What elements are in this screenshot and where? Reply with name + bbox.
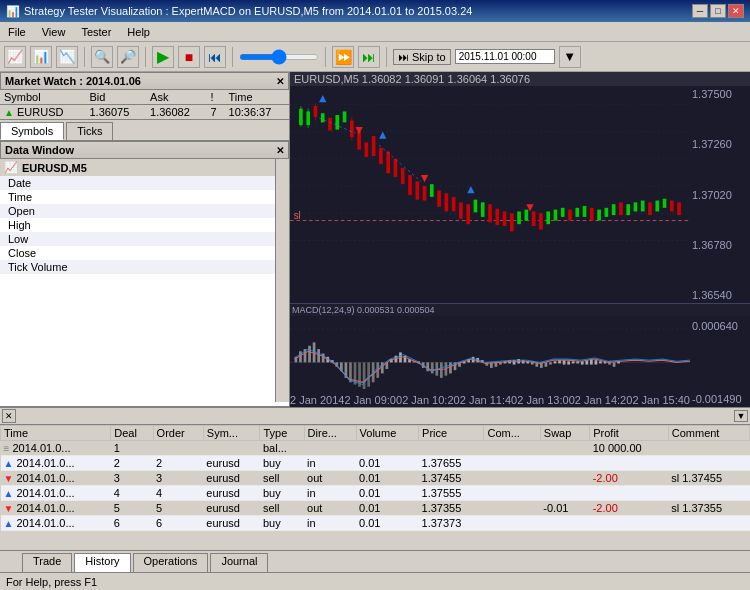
tab-history[interactable]: History [74, 553, 130, 572]
row-price: 1.37555 [419, 486, 484, 501]
data-window: Data Window ✕ 📈 EURUSD,M5 Date Time Open… [0, 141, 289, 407]
svg-rect-16 [335, 115, 339, 130]
play-button[interactable]: ▶ [152, 46, 174, 68]
toolbar-btn-2[interactable]: 📊 [30, 46, 52, 68]
table-row: ▼ 2014.01.0... 5 5 eurusd sell out 0.01 … [1, 501, 750, 516]
svg-rect-24 [386, 151, 390, 173]
market-watch-title: Market Watch : 2014.01.06 [5, 75, 141, 87]
bottom-table-wrapper[interactable]: Time Deal Order Sym... Type Dire... Volu… [0, 425, 750, 550]
toolbar-sep-1 [84, 47, 85, 67]
svg-rect-59 [641, 201, 645, 212]
stop-button[interactable]: ■ [178, 46, 200, 68]
tab-operations[interactable]: Operations [133, 553, 209, 572]
svg-rect-139 [581, 362, 584, 365]
svg-rect-135 [563, 360, 566, 364]
svg-rect-30 [430, 184, 434, 197]
menu-view[interactable]: View [38, 25, 70, 39]
toolbar-btn-1[interactable]: 📈 [4, 46, 26, 68]
svg-rect-132 [549, 363, 552, 365]
menu-tester[interactable]: Tester [77, 25, 115, 39]
close-button[interactable]: ✕ [728, 4, 744, 18]
title-bar: 📊 Strategy Tester Visualization : Expert… [0, 0, 750, 22]
svg-rect-32 [445, 193, 449, 211]
dw-low: Low [0, 232, 275, 246]
bottom-close-button[interactable]: ✕ [2, 409, 16, 423]
table-row: ▲ 2014.01.0... 2 2 eurusd buy in 0.01 1.… [1, 456, 750, 471]
menu-file[interactable]: File [4, 25, 30, 39]
mw-symbol: ▲ EURUSD [0, 105, 85, 120]
maximize-button[interactable]: □ [710, 4, 726, 18]
row-comment: sl 1.37455 [668, 471, 749, 486]
svg-rect-146 [613, 363, 616, 367]
zoom-in-button[interactable]: 🔍 [91, 46, 113, 68]
tab-journal[interactable]: Journal [210, 553, 268, 572]
row-price: 1.37455 [419, 471, 484, 486]
speed-slider[interactable] [239, 54, 319, 60]
skip-date-input[interactable] [455, 49, 555, 64]
svg-rect-27 [408, 175, 412, 195]
col-dire: Dire... [304, 426, 356, 441]
mw-symbol-name: EURUSD [17, 106, 63, 118]
market-watch-table: Symbol Bid Ask ! Time ▲ EURUSD [0, 90, 289, 119]
svg-rect-50 [575, 208, 579, 217]
table-row: ≡ 2014.01.0... 1 bal... 10 000.00 [1, 441, 750, 456]
time-label-6: 2 Jan 14:20 [575, 394, 633, 406]
time-label-7: 2 Jan 15:40 [632, 394, 690, 406]
row-volume: 0.01 [356, 456, 418, 471]
date-dropdown-button[interactable]: ▼ [559, 46, 581, 68]
svg-rect-31 [437, 191, 441, 207]
fast-forward-button[interactable]: ⏩ [332, 46, 354, 68]
chart-canvas[interactable]: sl [290, 86, 750, 407]
mw-col-symbol: Symbol [0, 90, 85, 105]
row-order: 6 [153, 516, 203, 531]
svg-rect-39 [495, 209, 499, 225]
row-time: ▼ 2014.01.0... [1, 471, 111, 486]
skip-to-container: ⏭ Skip to [393, 49, 451, 65]
svg-rect-46 [546, 211, 550, 224]
dw-instrument: EURUSD,M5 [22, 162, 87, 174]
row-com [484, 471, 540, 486]
svg-rect-48 [561, 208, 565, 217]
data-window-title: Data Window [5, 144, 74, 156]
row-price: 1.37355 [419, 501, 484, 516]
svg-rect-25 [394, 159, 398, 177]
menu-help[interactable]: Help [123, 25, 154, 39]
row-volume: 0.01 [356, 471, 418, 486]
bottom-panel: ✕ ▼ Time Deal Order Sym... Type Dire... … [0, 407, 750, 572]
time-axis: 2 Jan 2014 2 Jan 09:00 2 Jan 10:20 2 Jan… [290, 393, 690, 407]
data-window-header: Data Window ✕ [0, 141, 289, 159]
minimize-button[interactable]: ─ [692, 4, 708, 18]
svg-marker-67 [379, 131, 386, 138]
market-watch-close[interactable]: ✕ [276, 76, 284, 87]
data-window-close[interactable]: ✕ [276, 145, 284, 156]
row-comment [668, 441, 749, 456]
price-level-2: 1.37260 [692, 138, 748, 150]
symbol-icon: ▲ [4, 107, 14, 118]
row-order [153, 441, 203, 456]
col-type: Type [260, 426, 304, 441]
zoom-out-button[interactable]: 🔎 [117, 46, 139, 68]
col-deal: Deal [111, 426, 153, 441]
rewind-button[interactable]: ⏮ [204, 46, 226, 68]
history-table: Time Deal Order Sym... Type Dire... Volu… [0, 425, 750, 531]
time-label-4: 2 Jan 11:40 [460, 394, 518, 406]
col-profit: Profit [590, 426, 669, 441]
tab-trade[interactable]: Trade [22, 553, 72, 572]
row-time: ▲ 2014.01.0... [1, 456, 111, 471]
row-deal: 6 [111, 516, 153, 531]
row-dire: out [304, 501, 356, 516]
skip-to-end-button[interactable]: ⏭ [358, 46, 380, 68]
bottom-scroll-button[interactable]: ▼ [734, 410, 748, 422]
mw-tab-ticks[interactable]: Ticks [66, 122, 113, 140]
left-panel: Market Watch : 2014.01.06 ✕ Symbol Bid A… [0, 72, 290, 407]
price-level-4: 1.36780 [692, 239, 748, 251]
col-swap: Swap [540, 426, 589, 441]
svg-rect-15 [328, 118, 332, 131]
row-volume: 0.01 [356, 486, 418, 501]
data-window-scrollbar[interactable] [275, 159, 289, 402]
mw-tab-symbols[interactable]: Symbols [0, 122, 64, 140]
toolbar-btn-3[interactable]: 📉 [56, 46, 78, 68]
row-profit [590, 486, 669, 501]
row-deal: 5 [111, 501, 153, 516]
svg-rect-43 [525, 210, 529, 221]
